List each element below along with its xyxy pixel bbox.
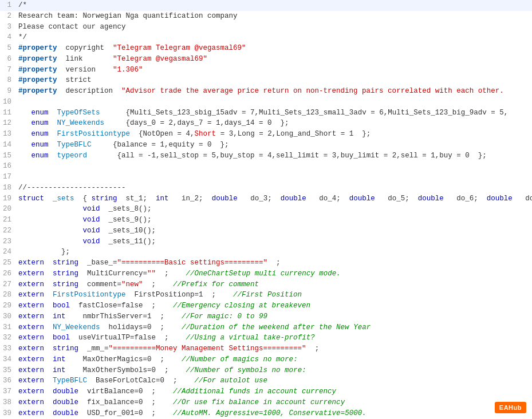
line-code: extern string _base_="==========Basic se… xyxy=(16,258,532,268)
table-row: 14 enum TypeBFLC {balance = 1,equity = 0… xyxy=(0,140,532,151)
line-code: extern int MaxOtherMagics=0 ; //Number o… xyxy=(16,354,532,365)
eahub-badge: EAHub xyxy=(495,402,526,413)
line-number: 12 xyxy=(0,118,16,129)
code-editor: 1/*2Research team: Norwegian Nga quantif… xyxy=(0,0,532,419)
line-code: extern string _mm_="==========Money Mana… xyxy=(16,343,532,354)
table-row: 15 enum typeord {all = -1,sell_stop = 5,… xyxy=(0,151,532,161)
table-row: 27extern string comment="new" ; //Prefix… xyxy=(0,279,532,290)
line-code: #property version "1.306" xyxy=(16,65,532,76)
line-code: */ xyxy=(16,32,532,43)
line-code: }; xyxy=(16,247,532,258)
line-number: 5 xyxy=(0,43,16,54)
line-code: enum TypeOfSets {Multi_Sets_123_sbig_15a… xyxy=(16,108,532,118)
table-row: 8#property strict xyxy=(0,75,532,86)
line-code: void _sets_10(); xyxy=(16,226,532,236)
table-row: 19struct _sets { string st_1; int in_2; … xyxy=(0,193,532,204)
table-row: 5#property copyright "Telegram Telegram … xyxy=(0,43,532,54)
line-number: 37 xyxy=(0,386,16,397)
line-number: 20 xyxy=(0,204,16,215)
table-row: 18//----------------------- xyxy=(0,183,532,193)
table-row: 33extern string _mm_="==========Money Ma… xyxy=(0,343,532,354)
line-number: 1 xyxy=(0,0,16,11)
line-number: 26 xyxy=(0,268,16,279)
line-number: 8 xyxy=(0,75,16,86)
table-row: 29extern bool fastClose=false ; //Emerge… xyxy=(0,301,532,311)
line-number: 34 xyxy=(0,354,16,365)
line-code: void _sets_9(); xyxy=(16,215,532,226)
table-row: 34extern int MaxOtherMagics=0 ; //Number… xyxy=(0,354,532,365)
line-number: 30 xyxy=(0,311,16,322)
table-row: 9#property description "Advisor trade th… xyxy=(0,86,532,97)
line-number: 17 xyxy=(0,172,16,183)
table-row: 6#property link "Telegram @vegasmal69" xyxy=(0,54,532,65)
line-number: 24 xyxy=(0,247,16,258)
line-number: 33 xyxy=(0,343,16,354)
line-number: 18 xyxy=(0,183,16,193)
table-row: 1/* xyxy=(0,0,532,11)
line-number: 21 xyxy=(0,215,16,226)
table-row: 32extern bool useVirtualTP=false ; //Usi… xyxy=(0,333,532,343)
line-number: 16 xyxy=(0,161,16,172)
line-code: enum typeord {all = -1,sell_stop = 5,buy… xyxy=(16,151,532,161)
line-code xyxy=(16,172,532,183)
line-code: extern bool fastClose=false ; //Emergenc… xyxy=(16,301,532,311)
line-code: extern double fix_balance=0 ; //Or use f… xyxy=(16,397,532,408)
table-row: 12 enum NY_Weekends {days_0 = 2,days_7 =… xyxy=(0,118,532,129)
line-code: //----------------------- xyxy=(16,183,532,193)
line-number: 36 xyxy=(0,375,16,386)
line-number: 15 xyxy=(0,151,16,161)
table-row: 4*/ xyxy=(0,32,532,43)
line-number: 3 xyxy=(0,22,16,33)
line-code: Please contact our agency xyxy=(16,22,532,33)
table-row: 11 enum TypeOfSets {Multi_Sets_123_sbig_… xyxy=(0,108,532,118)
table-row: 2Research team: Norwegian Nga quantifica… xyxy=(0,11,532,22)
table-row: 26extern string MultiCurrency="" ; //One… xyxy=(0,268,532,279)
line-code: extern FirstPositiontype FirstPositionp=… xyxy=(16,290,532,301)
line-code: extern double USD_for_001=0 ; //AutoMM. … xyxy=(16,408,532,419)
line-number: 28 xyxy=(0,290,16,301)
table-row: 39extern double USD_for_001=0 ; //AutoMM… xyxy=(0,408,532,419)
line-number: 27 xyxy=(0,279,16,290)
line-code: enum TypeBFLC {balance = 1,equity = 0 }; xyxy=(16,140,532,151)
line-number: 35 xyxy=(0,365,16,376)
table-row: 13 enum FirstPositiontype {NotOpen = 4,S… xyxy=(0,129,532,140)
line-code: #property link "Telegram @vegasmal69" xyxy=(16,54,532,65)
line-number: 31 xyxy=(0,322,16,333)
line-number: 4 xyxy=(0,32,16,43)
table-row: 23 void _sets_11(); xyxy=(0,236,532,247)
table-row: 36extern TypeBFLC BaseForLotCalc=0 ; //F… xyxy=(0,375,532,386)
line-number: 39 xyxy=(0,408,16,419)
line-code: extern int nmbrThisServer=1 ; //For magi… xyxy=(16,311,532,322)
table-row: 22 void _sets_10(); xyxy=(0,226,532,236)
line-number: 25 xyxy=(0,258,16,268)
line-number: 38 xyxy=(0,397,16,408)
line-number: 14 xyxy=(0,140,16,151)
line-number: 32 xyxy=(0,333,16,343)
table-row: 16 xyxy=(0,161,532,172)
line-code: /* xyxy=(16,0,532,11)
table-row: 31extern NY_Weekends holidays=0 ; //Dura… xyxy=(0,322,532,333)
table-row: 3Please contact our agency xyxy=(0,22,532,33)
line-code: extern int MaxOtherSymbols=0 ; //Number … xyxy=(16,365,532,376)
table-row: 35extern int MaxOtherSymbols=0 ; //Numbe… xyxy=(0,365,532,376)
line-code: extern double virtBalance=0 ; //Addition… xyxy=(16,386,532,397)
line-code xyxy=(16,97,532,108)
table-row: 20 void _sets_8(); xyxy=(0,204,532,215)
table-row: 37extern double virtBalance=0 ; //Additi… xyxy=(0,386,532,397)
code-table: 1/*2Research team: Norwegian Nga quantif… xyxy=(0,0,532,419)
line-code: #property copyright "Telegram Telegram @… xyxy=(16,43,532,54)
line-number: 19 xyxy=(0,193,16,204)
line-number: 7 xyxy=(0,65,16,76)
line-code: extern string MultiCurrency="" ; //OneCh… xyxy=(16,268,532,279)
line-code: enum FirstPositiontype {NotOpen = 4,Shor… xyxy=(16,129,532,140)
table-row: 10 xyxy=(0,97,532,108)
line-number: 29 xyxy=(0,301,16,311)
line-number: 11 xyxy=(0,108,16,118)
line-code: #property strict xyxy=(16,75,532,86)
table-row: 17 xyxy=(0,172,532,183)
line-number: 22 xyxy=(0,226,16,236)
table-row: 30extern int nmbrThisServer=1 ; //For ma… xyxy=(0,311,532,322)
line-code: extern TypeBFLC BaseForLotCalc=0 ; //For… xyxy=(16,375,532,386)
line-code: extern string comment="new" ; //Prefix f… xyxy=(16,279,532,290)
table-row: 21 void _sets_9(); xyxy=(0,215,532,226)
